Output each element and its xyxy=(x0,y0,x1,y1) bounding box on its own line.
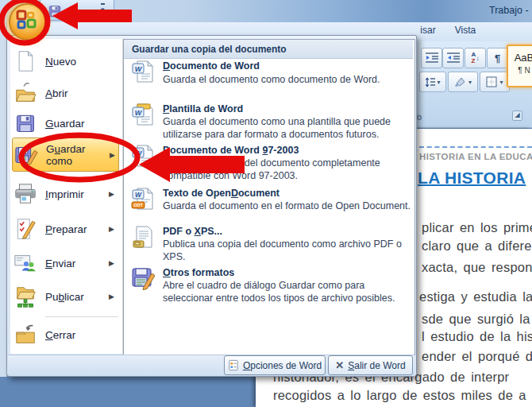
other-formats-icon xyxy=(129,265,156,292)
document-body-line: claro que a diferencia xyxy=(422,238,532,254)
submenu-item-pdf-xps[interactable]: PDF o XPS... xyxy=(163,226,222,237)
menu-item-guardar[interactable]: Guardar xyxy=(12,109,118,138)
document-title: LA HISTORIA xyxy=(418,169,526,188)
sort-button[interactable]: AZ↓ xyxy=(465,48,486,68)
document-body-line: plicar en los primeros xyxy=(422,220,532,235)
shading-button[interactable]: ▾ xyxy=(448,72,478,92)
style-sample-text: AaB xyxy=(508,52,532,64)
menu-separator xyxy=(45,316,118,317)
borders-button[interactable]: ▾ xyxy=(480,72,510,92)
document-body-line: l estudio de la historia xyxy=(422,329,532,344)
exit-word-button[interactable]: ✕ Salir de Word xyxy=(328,355,413,375)
close-document-icon xyxy=(12,321,39,348)
save-as-icon xyxy=(13,141,40,169)
exit-x-icon: ✕ xyxy=(335,359,344,371)
publish-icon xyxy=(12,283,39,310)
menu-item-publicar[interactable]: Publicar ▶ xyxy=(12,280,118,313)
new-document-icon xyxy=(12,48,39,75)
tab-vista[interactable]: Vista xyxy=(447,25,484,41)
opendocument-icon: WODT xyxy=(129,185,156,212)
word-97-document-icon: W xyxy=(129,142,156,169)
word-options-icon xyxy=(228,359,239,371)
office-menu: Nuevo Abrir Guardar Guardar como ▶ Impri… xyxy=(6,35,417,377)
document-body-line: recogidos a lo largo de estos miles de a xyxy=(273,388,526,403)
word-options-button[interactable]: Opciones de Word xyxy=(224,355,326,375)
header-separator xyxy=(419,146,532,148)
style-name-text: ¶ N xyxy=(508,66,532,75)
pdf-xps-icon xyxy=(129,223,156,250)
document-header-text: HISTORIA EN LA EDUCACI xyxy=(419,152,532,161)
submenu-arrow-icon: ▶ xyxy=(109,293,114,300)
window-title: Trabajo - xyxy=(489,5,529,16)
svg-text:W: W xyxy=(135,191,142,199)
qat-dropdown-icon[interactable]: ▾ xyxy=(101,3,105,14)
style-normal-chip[interactable]: AaB ¶ N xyxy=(507,45,532,87)
word-document-icon: W xyxy=(129,58,156,85)
menu-item-cerrar[interactable]: Cerrar xyxy=(12,320,118,350)
submenu-item-other-formats[interactable]: Otros formatos xyxy=(163,267,234,278)
menu-item-nuevo[interactable]: Nuevo xyxy=(12,45,118,77)
qat-undo-icon[interactable] xyxy=(67,5,79,21)
submenu-arrow-icon: ▶ xyxy=(109,225,114,233)
submenu-item-word-97-2003[interactable]: Documento de Word 97-2003 xyxy=(163,145,299,156)
increase-indent-button[interactable] xyxy=(442,48,464,68)
show-marks-button[interactable]: ¶ xyxy=(487,48,508,68)
open-folder-icon xyxy=(12,79,39,107)
menu-item-abrir[interactable]: Abrir xyxy=(12,77,118,109)
print-icon xyxy=(12,180,39,207)
svg-text:ODT: ODT xyxy=(133,203,143,207)
submenu-arrow-icon: ▶ xyxy=(109,259,114,267)
decrease-indent-button[interactable] xyxy=(421,48,442,68)
submenu-item-word-document[interactable]: Documento de Word xyxy=(163,60,260,72)
line-spacing-button[interactable]: ▾ xyxy=(419,72,446,92)
prepare-icon xyxy=(12,215,39,242)
submenu-item-word-template[interactable]: Plantilla de Word xyxy=(163,103,243,114)
submenu-arrow-icon: ▶ xyxy=(110,151,115,159)
menu-item-guardar-como[interactable]: Guardar como ▶ xyxy=(12,138,119,172)
document-body-line: estiga y estudia la ev xyxy=(419,289,532,304)
document-body-line: ender el porqué de s xyxy=(422,349,532,364)
word-template-icon: W xyxy=(129,101,156,128)
menu-item-preparar[interactable]: Preparar ▶ xyxy=(12,212,118,246)
submenu-arrow-icon: ▶ xyxy=(109,190,114,198)
menu-item-imprimir[interactable]: Imprimir ▶ xyxy=(12,177,118,211)
qat-save-icon[interactable] xyxy=(48,4,62,21)
save-icon xyxy=(12,110,39,137)
document-body-line: sde que surgió la es xyxy=(422,312,532,327)
tab-revisar[interactable]: isar xyxy=(414,25,442,41)
document-body-line: xacta, que responda a xyxy=(422,260,532,275)
office-button[interactable] xyxy=(9,3,46,41)
word-window: ▾ Trabajo - isar Vista AZ↓ ¶ ▾ ▾ ▾ fo ◢ … xyxy=(0,0,532,407)
submenu-header: Guardar una copia del documento xyxy=(124,40,413,59)
dialog-launcher-icon[interactable]: ◢ xyxy=(512,110,522,121)
submenu-item-opendocument[interactable]: Texto de OpenDocument xyxy=(163,188,279,199)
send-icon xyxy=(12,250,39,277)
menu-item-enviar[interactable]: Enviar ▶ xyxy=(12,246,118,280)
